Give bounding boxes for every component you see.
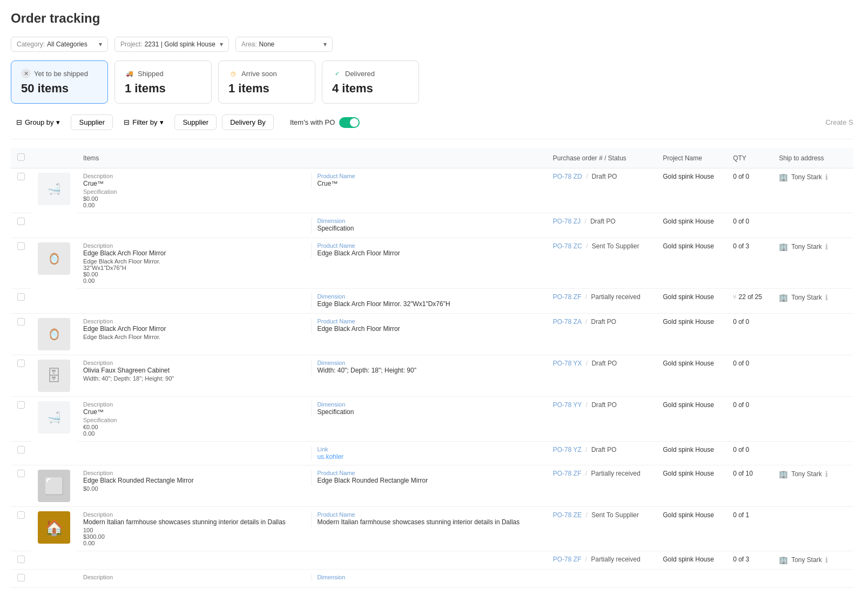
project-cell: Gold spink House bbox=[656, 355, 726, 397]
po-link[interactable]: PO-78 ZJ bbox=[553, 218, 580, 225]
truck-icon: 🚚 bbox=[125, 69, 134, 78]
page-container: Order tracking Category: All Categories … bbox=[0, 0, 864, 599]
category-filter[interactable]: Category: All Categories ▾ bbox=[11, 37, 108, 52]
supplier-filter-button[interactable]: Supplier bbox=[174, 114, 217, 130]
info-icon[interactable]: ℹ bbox=[825, 556, 828, 564]
select-all-header[interactable] bbox=[11, 148, 31, 168]
group-by-button[interactable]: ⊟ Group by ▾ bbox=[11, 115, 65, 130]
item-desc-cell: Description Crue™ Specification €0.00 0.… bbox=[77, 397, 546, 442]
row-checkbox-cell[interactable] bbox=[11, 570, 31, 588]
row-checkbox[interactable] bbox=[17, 574, 25, 581]
project-cell: Gold spink House bbox=[656, 507, 726, 551]
info-icon[interactable]: ℹ bbox=[825, 242, 828, 251]
info-icon[interactable]: ℹ bbox=[825, 293, 828, 302]
row-checkbox[interactable] bbox=[17, 242, 25, 250]
item-image: 🪞 bbox=[38, 318, 70, 350]
row-checkbox-cell[interactable] bbox=[11, 238, 31, 289]
row-checkbox[interactable] bbox=[17, 173, 25, 180]
supplier-group-button[interactable]: Supplier bbox=[71, 114, 113, 130]
items-table-wrapper: Items Purchase order # / Status Project … bbox=[11, 148, 853, 588]
dimension-label: Dimension bbox=[317, 574, 539, 580]
po-status: Sent To Supplier bbox=[592, 242, 639, 250]
row-checkbox-cell[interactable] bbox=[11, 551, 31, 570]
item-image-cell: ⬜ bbox=[31, 465, 77, 507]
info-icon[interactable]: ℹ bbox=[825, 173, 828, 181]
ship-name: Tony Stark bbox=[791, 470, 822, 478]
row-checkbox-cell[interactable] bbox=[11, 213, 31, 238]
row-checkbox[interactable] bbox=[17, 446, 25, 453]
po-link[interactable]: PO-78 ZD bbox=[553, 173, 582, 180]
row-checkbox[interactable] bbox=[17, 318, 25, 326]
qty-cell: 0 of 0 bbox=[726, 442, 772, 465]
row-checkbox-cell[interactable] bbox=[11, 397, 31, 442]
status-cards: ✕ Yet to be shipped 50 items 🚚 Shipped 1… bbox=[11, 60, 853, 104]
select-all-checkbox[interactable] bbox=[17, 153, 25, 161]
arrive-soon-label: Arrive soon bbox=[241, 70, 277, 78]
scroll-header bbox=[840, 148, 853, 168]
ship-cell bbox=[772, 355, 840, 397]
row-checkbox[interactable] bbox=[17, 293, 25, 301]
row-checkbox-cell[interactable] bbox=[11, 465, 31, 507]
row-checkbox-cell[interactable] bbox=[11, 507, 31, 551]
product-label: Product Name bbox=[317, 173, 539, 179]
scroll-cell bbox=[840, 442, 853, 465]
item-desc-cell: Dimension Edge Black Arch Floor Mirror. … bbox=[77, 289, 546, 314]
desc-value: Modern Italian farmhouse showcases stunn… bbox=[83, 518, 306, 526]
po-link[interactable]: PO-78 ZF bbox=[553, 293, 582, 301]
item-desc-cell: Description Modern Italian farmhouse sho… bbox=[77, 507, 546, 551]
row-checkbox[interactable] bbox=[17, 556, 25, 563]
delivery-by-button[interactable]: Delivery By bbox=[222, 114, 274, 130]
po-link[interactable]: PO-78 YX bbox=[553, 360, 582, 367]
desc-value: Edge Black Arch Floor Mirror bbox=[83, 325, 306, 333]
link-value[interactable]: us.kohler bbox=[317, 453, 343, 461]
building-icon: 🏢 bbox=[779, 470, 788, 478]
project-cell: Gold spink House bbox=[656, 238, 726, 289]
arrive-soon-count: 1 items bbox=[228, 82, 305, 96]
po-link[interactable]: PO-78 YZ bbox=[553, 446, 582, 453]
spec-value: Edge Black Arch Floor Mirror. bbox=[83, 258, 306, 265]
chevron-down-icon: ▾ bbox=[56, 118, 60, 126]
po-link[interactable]: PO-78 ZF bbox=[553, 470, 582, 477]
dimension-label: Dimension bbox=[317, 218, 539, 224]
toggle-knob bbox=[350, 118, 359, 127]
row-checkbox-cell[interactable] bbox=[11, 314, 31, 355]
row-checkbox[interactable] bbox=[17, 470, 25, 477]
status-card-arrive-soon[interactable]: ◷ Arrive soon 1 items bbox=[218, 60, 315, 104]
po-link[interactable]: PO-78 ZC bbox=[553, 242, 582, 250]
row-checkbox[interactable] bbox=[17, 401, 25, 409]
area-filter[interactable]: Area: None ▾ bbox=[235, 37, 333, 52]
filter-by-button[interactable]: ⊟ Filter by ▾ bbox=[118, 115, 169, 130]
product-label: Product Name bbox=[317, 470, 539, 476]
project-cell: Gold spink House bbox=[656, 213, 726, 238]
row-checkbox-cell[interactable] bbox=[11, 168, 31, 213]
items-with-po-toggle[interactable] bbox=[339, 117, 360, 128]
item-image-cell: 🛁 bbox=[31, 397, 77, 465]
po-link[interactable]: PO-78 ZE bbox=[553, 511, 582, 519]
filter-icon: ⊟ bbox=[16, 118, 22, 126]
row-checkbox[interactable] bbox=[17, 511, 25, 519]
row-checkbox-cell[interactable] bbox=[11, 289, 31, 314]
project-cell: Gold spink House bbox=[656, 289, 726, 314]
info-icon[interactable]: ℹ bbox=[825, 470, 828, 478]
po-link[interactable]: PO-78 ZA bbox=[553, 318, 582, 326]
create-shipment-btn[interactable]: Create S bbox=[826, 118, 853, 126]
status-card-yet-to-ship[interactable]: ✕ Yet to be shipped 50 items bbox=[11, 60, 108, 104]
status-card-shipped[interactable]: 🚚 Shipped 1 items bbox=[114, 60, 212, 104]
row-checkbox-cell[interactable] bbox=[11, 442, 31, 465]
po-link[interactable]: PO-78 YY bbox=[553, 401, 582, 409]
row-checkbox[interactable] bbox=[17, 360, 25, 367]
project-filter[interactable]: Project: 2231 | Gold spink House ▾ bbox=[114, 37, 229, 52]
po-status: Sent To Supplier bbox=[591, 511, 639, 519]
qty-cell: 0 of 10 bbox=[726, 465, 772, 507]
qty-cell: 0 of 0 bbox=[726, 168, 772, 213]
project-label: Project: bbox=[120, 40, 143, 48]
row-checkbox-cell[interactable] bbox=[11, 355, 31, 397]
status-card-delivered[interactable]: ✓ Delivered 4 items bbox=[322, 60, 419, 104]
row-checkbox[interactable] bbox=[17, 218, 25, 225]
qty-text: 0.00 bbox=[83, 202, 306, 208]
scroll-cell bbox=[840, 551, 853, 570]
po-link[interactable]: PO-78 ZF bbox=[553, 556, 582, 563]
items-table: Items Purchase order # / Status Project … bbox=[11, 148, 853, 588]
delivered-count: 4 items bbox=[332, 82, 409, 96]
project-cell bbox=[656, 570, 726, 588]
